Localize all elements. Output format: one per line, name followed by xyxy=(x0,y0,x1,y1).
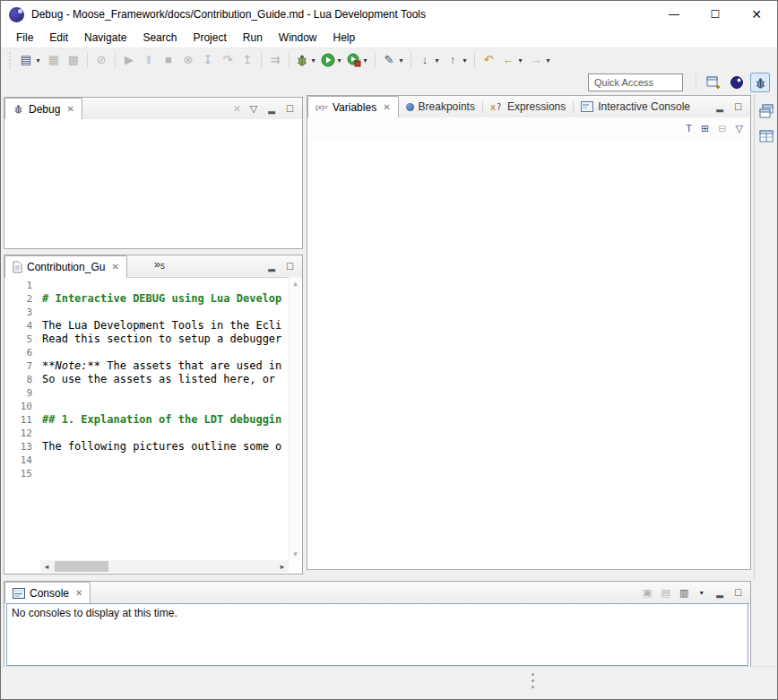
tab-console[interactable]: Console ✕ xyxy=(4,582,91,604)
minimize-view-icon[interactable]: ▂ xyxy=(716,102,723,112)
tab-variables[interactable]: (x)= Variables ✕ xyxy=(307,96,399,118)
open-perspective-button[interactable] xyxy=(704,73,723,92)
resume-button[interactable]: ▶ xyxy=(119,50,139,70)
scroll-up-icon[interactable]: ▴ xyxy=(293,279,298,288)
run-button[interactable]: ▾ xyxy=(319,50,345,70)
editor-line[interactable]: 10 xyxy=(4,400,289,413)
editor-line[interactable]: 2# Interactive DEBUG using Lua Develop xyxy=(4,292,289,306)
tab-interactive-console[interactable]: Interactive Console xyxy=(574,96,697,117)
editor-line[interactable]: 13The following pictures outline some o xyxy=(4,440,289,454)
editor-overflow-chevron[interactable]: » 5 xyxy=(149,255,170,277)
chevron-down-icon[interactable]: ▾ xyxy=(335,56,343,65)
menu-project[interactable]: Project xyxy=(185,28,234,48)
minimize-view-icon[interactable]: ▂ xyxy=(268,104,275,114)
editor-line[interactable]: 9 xyxy=(4,386,289,400)
chevron-down-icon[interactable]: ▾ xyxy=(397,56,405,65)
collapse-all-icon[interactable]: ⊟ xyxy=(718,123,726,134)
tab-debug[interactable]: Debug ✕ xyxy=(4,98,82,120)
chevron-down-icon[interactable]: ▾ xyxy=(361,56,369,65)
tab-breakpoints[interactable]: Breakpoints xyxy=(399,96,482,117)
editor-line[interactable]: 14 xyxy=(4,454,289,467)
step-return-button[interactable]: ↥ xyxy=(238,50,257,70)
maximize-view-icon[interactable]: ☐ xyxy=(286,104,294,114)
tab-close-icon[interactable]: ✕ xyxy=(111,262,118,272)
chevron-down-icon[interactable]: ▾ xyxy=(433,56,441,65)
menu-edit[interactable]: Edit xyxy=(41,28,76,48)
chevron-down-icon[interactable]: ▾ xyxy=(309,56,317,65)
chevron-down-icon[interactable]: ▾ xyxy=(544,56,552,65)
editor-line[interactable]: 5Read this section to setup a debugger xyxy=(4,333,289,346)
scrollbar-thumb[interactable] xyxy=(55,561,108,572)
editor-line[interactable]: 4The Lua Development Tools in the Ecli xyxy=(4,319,289,333)
step-into-button[interactable]: ↧ xyxy=(198,50,218,70)
maximize-view-icon[interactable]: ☐ xyxy=(734,102,742,112)
maximize-view-icon[interactable]: ☐ xyxy=(286,262,294,272)
sash-drag-handle[interactable] xyxy=(532,673,535,691)
scroll-right-icon[interactable]: ▸ xyxy=(276,562,289,571)
back-button[interactable]: ← ▾ xyxy=(498,50,526,70)
tab-expressions[interactable]: x? Expressions xyxy=(483,96,573,117)
disconnect-button[interactable]: ⊗ xyxy=(178,50,198,70)
lua-perspective-button[interactable] xyxy=(727,73,747,92)
menu-window[interactable]: Window xyxy=(271,28,325,48)
debug-button[interactable]: ▾ xyxy=(293,50,319,70)
editor-line[interactable]: 8So use the assets as listed here, or xyxy=(4,373,289,386)
external-tools-button[interactable]: ▾ xyxy=(345,50,371,70)
minimize-view-icon[interactable]: ▂ xyxy=(716,588,723,598)
editor-vertical-scrollbar[interactable]: ▴ ▾ xyxy=(289,277,301,560)
menu-file[interactable]: File xyxy=(8,28,41,48)
next-annotation-button[interactable]: ↓ ▾ xyxy=(415,50,443,70)
minimize-view-icon[interactable]: ▂ xyxy=(268,262,275,272)
last-edit-location-button[interactable]: ↶ xyxy=(479,50,498,70)
show-type-names-icon[interactable]: T xyxy=(686,123,692,134)
tab-close-icon[interactable]: ✕ xyxy=(75,588,82,598)
chevron-down-icon[interactable]: ▾ xyxy=(461,56,469,65)
restore-minimized-view-button[interactable] xyxy=(757,102,775,120)
chevron-down-icon[interactable]: ▾ xyxy=(34,56,42,65)
toolbar-grip[interactable] xyxy=(9,52,13,68)
chevron-down-icon[interactable]: ▾ xyxy=(516,56,524,65)
editor-horizontal-scrollbar[interactable]: ◂ ▸ xyxy=(40,560,289,573)
editor-line[interactable]: 15 xyxy=(4,467,289,480)
remove-all-terminated-icon[interactable]: ✕ xyxy=(233,103,241,115)
editor-line[interactable]: 7**Note:** The assets that are used in xyxy=(4,359,289,373)
chevron-down-icon[interactable]: ▾ xyxy=(697,589,705,597)
tab-contribution-guide[interactable]: Contribution_Gu ✕ xyxy=(4,255,127,278)
forward-button[interactable]: → ▾ xyxy=(526,50,554,70)
skip-all-breakpoints-button[interactable]: ⊘ xyxy=(91,50,111,70)
use-step-filters-button[interactable]: ⇉ xyxy=(265,50,285,70)
window-maximize-button[interactable]: ☐ xyxy=(695,1,736,28)
editor-line[interactable]: 1 xyxy=(4,279,289,292)
menu-navigate[interactable]: Navigate xyxy=(76,28,134,48)
editor-line[interactable]: 12 xyxy=(4,427,289,440)
display-selected-console-icon[interactable]: ▤ xyxy=(661,587,670,599)
editor-line[interactable]: 11## 1. Explanation of the LDT debuggin xyxy=(4,413,289,427)
step-over-button[interactable]: ↷ xyxy=(218,50,238,70)
show-logical-structures-icon[interactable]: ⊞ xyxy=(701,123,709,134)
terminate-button[interactable]: ■ xyxy=(159,50,178,70)
editor-line[interactable]: 6 xyxy=(4,346,289,359)
mark-occurrences-button[interactable]: ✎ ▾ xyxy=(379,50,407,70)
window-minimize-button[interactable]: — xyxy=(653,1,695,28)
menu-run[interactable]: Run xyxy=(235,28,271,48)
maximize-view-icon[interactable]: ☐ xyxy=(734,588,742,598)
scroll-down-icon[interactable]: ▾ xyxy=(293,549,298,558)
console-output-area[interactable]: No consoles to display at this time. xyxy=(6,603,748,666)
minimized-view-stack-button[interactable] xyxy=(757,127,775,145)
open-console-icon[interactable]: ▥ xyxy=(679,587,688,599)
tab-close-icon[interactable]: ✕ xyxy=(66,104,73,114)
suspend-button[interactable]: ‖ xyxy=(139,50,159,70)
new-wizard-button[interactable]: ▤ ▾ xyxy=(16,50,44,70)
editor-text-area[interactable]: 1 2# Interactive DEBUG using Lua Develop… xyxy=(4,277,289,560)
window-close-button[interactable]: ✕ xyxy=(736,1,777,28)
debug-perspective-button[interactable] xyxy=(750,73,770,92)
save-button[interactable]: ▦ xyxy=(44,50,64,70)
save-all-button[interactable]: ▩ xyxy=(64,50,83,70)
quick-access-input[interactable]: Quick Access xyxy=(588,73,683,91)
previous-annotation-button[interactable]: ↑ ▾ xyxy=(443,50,471,70)
editor-line[interactable]: 3 xyxy=(4,306,289,319)
view-menu-icon[interactable]: ▽ xyxy=(736,123,743,134)
tab-close-icon[interactable]: ✕ xyxy=(383,102,390,112)
menu-help[interactable]: Help xyxy=(325,28,364,48)
menu-search[interactable]: Search xyxy=(134,28,185,48)
